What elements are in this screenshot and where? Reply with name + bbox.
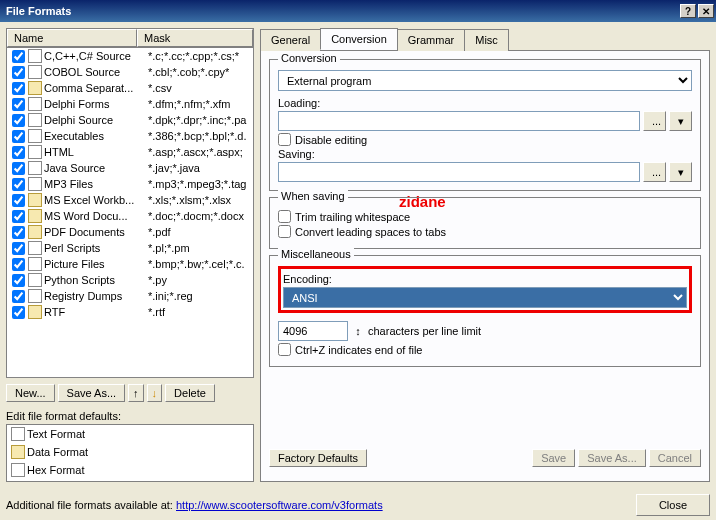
delete-button[interactable]: Delete: [165, 384, 215, 402]
folder-icon: [28, 81, 42, 95]
table-row[interactable]: MP3 Files*.mp3;*.mpeg3;*.tag: [7, 176, 253, 192]
defaults-list[interactable]: Text FormatData FormatHex Format: [6, 424, 254, 482]
row-name: Perl Scripts: [44, 242, 148, 254]
table-row[interactable]: COBOL Source*.cbl;*.cob;*.cpy*: [7, 64, 253, 80]
saving-label: Saving:: [278, 148, 692, 160]
row-name: MS Word Docu...: [44, 210, 148, 222]
table-row[interactable]: Comma Separat...*.csv: [7, 80, 253, 96]
row-mask: *.pdf: [148, 226, 251, 238]
format-list[interactable]: Name Mask C,C++,C# Source*.c;*.cc;*.cpp;…: [6, 28, 254, 378]
loading-input[interactable]: [278, 111, 640, 131]
save-button[interactable]: Save: [532, 449, 575, 467]
table-row[interactable]: HTML*.asp;*.ascx;*.aspx;: [7, 144, 253, 160]
ctrlz-checkbox[interactable]: [278, 343, 291, 356]
close-button[interactable]: Close: [636, 494, 710, 516]
factory-defaults-button[interactable]: Factory Defaults: [269, 449, 367, 467]
move-up-button[interactable]: ↑: [128, 384, 144, 402]
list-item[interactable]: Hex Format: [7, 461, 253, 479]
table-row[interactable]: Delphi Forms*.dfm;*.nfm;*.xfm: [7, 96, 253, 112]
new-button[interactable]: New...: [6, 384, 55, 402]
row-name: C,C++,C# Source: [44, 50, 148, 62]
convert-spaces-checkbox[interactable]: [278, 225, 291, 238]
table-row[interactable]: MS Excel Workb...*.xls;*.xlsm;*.xlsx: [7, 192, 253, 208]
row-checkbox[interactable]: [12, 290, 25, 303]
list-item[interactable]: Data Format: [7, 443, 253, 461]
tab-misc[interactable]: Misc: [464, 29, 509, 51]
footer-text: Additional file formats available at:: [6, 499, 173, 511]
loading-label: Loading:: [278, 97, 692, 109]
saving-dropdown-button[interactable]: ▾: [669, 162, 692, 182]
folder-icon: [28, 193, 42, 207]
col-mask[interactable]: Mask: [137, 29, 253, 47]
row-checkbox[interactable]: [12, 194, 25, 207]
conversion-type-select[interactable]: External program: [278, 70, 692, 91]
table-row[interactable]: Picture Files*.bmp;*.bw;*.cel;*.c.: [7, 256, 253, 272]
row-mask: *.csv: [148, 82, 251, 94]
table-row[interactable]: Python Scripts*.py: [7, 272, 253, 288]
disable-editing-checkbox[interactable]: [278, 133, 291, 146]
saveas2-button[interactable]: Save As...: [578, 449, 646, 467]
table-row[interactable]: Executables*.386;*.bcp;*.bpl;*.d.: [7, 128, 253, 144]
saving-input[interactable]: [278, 162, 640, 182]
list-item[interactable]: Text Format: [7, 425, 253, 443]
row-checkbox[interactable]: [12, 98, 25, 111]
table-row[interactable]: Java Source*.jav;*.java: [7, 160, 253, 176]
row-checkbox[interactable]: [12, 306, 25, 319]
row-checkbox[interactable]: [12, 242, 25, 255]
row-name: PDF Documents: [44, 226, 148, 238]
row-checkbox[interactable]: [12, 130, 25, 143]
col-name[interactable]: Name: [7, 29, 137, 47]
row-checkbox[interactable]: [12, 66, 25, 79]
row-mask: *.asp;*.ascx;*.aspx;: [148, 146, 251, 158]
row-mask: *.xls;*.xlsm;*.xlsx: [148, 194, 251, 206]
row-mask: *.dfm;*.nfm;*.xfm: [148, 98, 251, 110]
row-name: Comma Separat...: [44, 82, 148, 94]
row-checkbox[interactable]: [12, 226, 25, 239]
table-row[interactable]: Registry Dumps*.ini;*.reg: [7, 288, 253, 304]
table-row[interactable]: PDF Documents*.pdf: [7, 224, 253, 240]
table-row[interactable]: Perl Scripts*.pl;*.pm: [7, 240, 253, 256]
trim-checkbox[interactable]: [278, 210, 291, 223]
row-checkbox[interactable]: [12, 210, 25, 223]
cancel-button[interactable]: Cancel: [649, 449, 701, 467]
file-icon: [28, 257, 42, 271]
row-checkbox[interactable]: [12, 82, 25, 95]
row-mask: *.cbl;*.cob;*.cpy*: [148, 66, 251, 78]
window-title: File Formats: [6, 5, 71, 17]
table-row[interactable]: C,C++,C# Source*.c;*.cc;*.cpp;*.cs;*: [7, 48, 253, 64]
row-mask: *.py: [148, 274, 251, 286]
encoding-select[interactable]: ANSI: [283, 287, 687, 308]
tab-conversion[interactable]: Conversion: [320, 28, 398, 50]
row-checkbox[interactable]: [12, 162, 25, 175]
row-checkbox[interactable]: [12, 146, 25, 159]
loading-dropdown-button[interactable]: ▾: [669, 111, 692, 131]
tab-grammar[interactable]: Grammar: [397, 29, 465, 51]
row-checkbox[interactable]: [12, 274, 25, 287]
def-name: Text Format: [27, 428, 85, 440]
row-checkbox[interactable]: [12, 258, 25, 271]
row-mask: *.dpk;*.dpr;*.inc;*.pa: [148, 114, 251, 126]
file-icon: [28, 289, 42, 303]
file-icon: [28, 145, 42, 159]
help-button[interactable]: ?: [680, 4, 696, 18]
table-row[interactable]: RTF*.rtf: [7, 304, 253, 320]
row-checkbox[interactable]: [12, 50, 25, 63]
row-checkbox[interactable]: [12, 178, 25, 191]
saving-browse-button[interactable]: ...: [643, 162, 666, 182]
row-mask: *.doc;*.docm;*.docx: [148, 210, 251, 222]
table-row[interactable]: Delphi Source*.dpk;*.dpr;*.inc;*.pa: [7, 112, 253, 128]
tab-general[interactable]: General: [260, 29, 321, 51]
row-name: Picture Files: [44, 258, 148, 270]
row-name: Python Scripts: [44, 274, 148, 286]
table-row[interactable]: MS Word Docu...*.doc;*.docm;*.docx: [7, 208, 253, 224]
row-name: Executables: [44, 130, 148, 142]
chars-input[interactable]: [278, 321, 348, 341]
folder-icon: [28, 225, 42, 239]
row-mask: *.pl;*.pm: [148, 242, 251, 254]
move-down-button[interactable]: ↓: [147, 384, 163, 402]
saveas-button[interactable]: Save As...: [58, 384, 126, 402]
footer-link[interactable]: http://www.scootersoftware.com/v3formats: [176, 499, 383, 511]
close-window-button[interactable]: ✕: [698, 4, 714, 18]
loading-browse-button[interactable]: ...: [643, 111, 666, 131]
row-checkbox[interactable]: [12, 114, 25, 127]
